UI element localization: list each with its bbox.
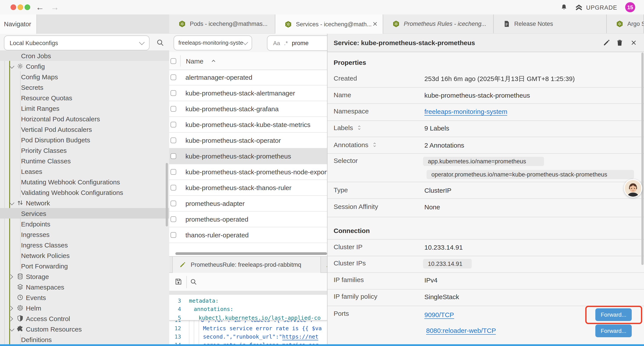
sidebar-item-network-policies[interactable]: Network Policies (0, 250, 169, 261)
select-all-checkbox[interactable] (170, 58, 176, 64)
chevron-down-icon[interactable] (10, 64, 14, 69)
table-row[interactable]: alertmanager-operated (169, 70, 327, 85)
chevron-down-icon[interactable] (10, 200, 14, 205)
editor-search-icon[interactable] (190, 278, 197, 286)
navigator-panel-tab[interactable]: Navigator (0, 14, 37, 34)
user-avatar[interactable] (624, 179, 642, 198)
sidebar-item-horizontal-pod-autoscalers[interactable]: Horizontal Pod Autoscalers (0, 113, 169, 124)
sidebar-item-vertical-pod-autoscalers[interactable]: Vertical Pod Autoscalers (0, 124, 169, 134)
port-link-1[interactable]: 8080:reloader-web/TCP (426, 327, 496, 335)
yaml-editor[interactable]: 3metadata:4annotations:5kubectl.kubernet… (169, 295, 327, 346)
sidebar-item-priority-classes[interactable]: Priority Classes (0, 145, 169, 155)
row-checkbox[interactable] (170, 185, 176, 191)
sidebar-item-config-maps[interactable]: Config Maps (0, 71, 169, 82)
table-row[interactable]: kube-prometheus-stack-grafana (169, 101, 327, 117)
chevron-right-icon[interactable] (8, 317, 13, 322)
table-row[interactable]: thanos-ruler-operated (169, 227, 327, 243)
sidebar-item-namespaces[interactable]: Namespaces (0, 282, 169, 292)
row-checkbox[interactable] (170, 153, 176, 159)
sort-updown-icon[interactable] (372, 142, 378, 147)
namespace-select[interactable]: freeleaps-monitoring-system (174, 35, 252, 50)
namespace-link[interactable]: freeleaps-monitoring-system (424, 107, 508, 115)
sidebar-item-secrets[interactable]: Secrets (0, 82, 169, 92)
sidebar-item-events[interactable]: Events (0, 292, 169, 303)
notifications-bell-icon[interactable] (560, 3, 568, 11)
row-checkbox[interactable] (170, 74, 176, 80)
sidebar-item-leases[interactable]: Leases (0, 166, 169, 177)
table-row[interactable]: kube-prometheus-stack-prometheus-node-ex… (169, 164, 327, 180)
traffic-light-zoom-icon[interactable] (24, 4, 30, 10)
sidebar-item-services[interactable]: Services (0, 208, 169, 219)
table-row[interactable]: prometheus-operated (169, 212, 327, 227)
sidebar-item-custom-resources[interactable]: Custom Resources (0, 324, 169, 334)
sort-ascending-icon[interactable] (210, 58, 216, 64)
sidebar-search-icon[interactable] (156, 38, 164, 47)
match-case-toggle[interactable]: Aa (273, 40, 280, 46)
sidebar-item-ingresses[interactable]: Ingresses (0, 229, 169, 240)
row-checkbox[interactable] (170, 169, 176, 175)
traffic-light-close-icon[interactable] (10, 4, 16, 10)
forward-button-0[interactable]: Forward... (595, 308, 632, 321)
window-tab-4[interactable]: Argo Se (607, 14, 644, 33)
port-link-0[interactable]: 9090/TCP (424, 311, 454, 319)
sidebar-item-config[interactable]: Config (0, 61, 169, 71)
chevron-right-icon[interactable] (8, 274, 13, 280)
forward-button-1[interactable]: Forward... (595, 325, 632, 337)
editor-tab-prometheusrule[interactable]: PrometheusRule: freeleaps-prod-rabbitmq (172, 257, 321, 273)
sidebar-item-access-control[interactable]: Access Control (0, 313, 169, 324)
sidebar-item-mutating-webhook-configurations[interactable]: Mutating Webhook Configurations (0, 177, 169, 187)
row-checkbox[interactable] (170, 137, 176, 143)
sidebar-item-pod-disruption-budgets[interactable]: Pod Disruption Budgets (0, 134, 169, 145)
runbook-url-link[interactable]: https://net (282, 333, 318, 340)
sidebar-item-port-forwarding[interactable]: Port Forwarding (0, 261, 169, 271)
save-icon[interactable] (174, 278, 182, 286)
row-checkbox[interactable] (170, 106, 176, 112)
list-search-input[interactable]: Aa .* prome (267, 35, 327, 51)
table-row[interactable]: kube-prometheus-stack-prometheus (169, 148, 327, 164)
sidebar-item-validating-webhook-configurations[interactable]: Validating Webhook Configurations (0, 187, 169, 198)
editor-tab-next-partial[interactable] (323, 257, 327, 273)
table-row[interactable]: kube-prometheus-stack-alertmanager (169, 85, 327, 101)
sidebar-item-ingress-classes[interactable]: Ingress Classes (0, 240, 169, 250)
sidebar-item-limit-ranges[interactable]: Limit Ranges (0, 103, 169, 113)
forward-button[interactable]: → (49, 2, 60, 13)
table-row[interactable]: kube-prometheus-stack-operator (169, 133, 327, 148)
kubeconfig-select[interactable]: Local Kubeconfigs (4, 35, 150, 50)
edit-resource-icon[interactable] (603, 39, 610, 46)
table-row[interactable]: kube-prometheus-stack-kube-state-metrics (169, 117, 327, 133)
table-row[interactable]: prometheus-adapter (169, 196, 327, 212)
regex-toggle[interactable]: .* (284, 40, 288, 46)
sidebar-scrollbar[interactable] (166, 163, 168, 226)
window-tab-0[interactable]: Pods - icecheng@mathmas... (169, 14, 275, 33)
name-column-header[interactable]: Name (186, 57, 204, 65)
delete-resource-icon[interactable] (616, 39, 624, 46)
window-tab-2[interactable]: Prometheus Rules - icecheng... (383, 14, 494, 33)
row-checkbox[interactable] (170, 201, 176, 206)
chevron-right-icon[interactable] (8, 306, 13, 311)
sidebar-item-resource-quotas[interactable]: Resource Quotas (0, 92, 169, 103)
row-checkbox[interactable] (170, 122, 176, 127)
table-row[interactable]: kube-prometheus-stack-thanos-ruler (169, 180, 327, 196)
sidebar-item-endpoints[interactable]: Endpoints (0, 219, 169, 229)
window-tab-1[interactable]: Services - icecheng@math... (275, 14, 383, 34)
sidebar-item-runtime-classes[interactable]: Runtime Classes (0, 155, 169, 166)
chevron-down-icon[interactable] (10, 327, 14, 332)
sidebar-item-storage[interactable]: Storage (0, 271, 169, 282)
notification-count-badge[interactable]: 15 (625, 2, 635, 12)
row-checkbox[interactable] (170, 216, 176, 222)
sidebar-item-network[interactable]: Network (0, 198, 169, 208)
sort-updown-icon[interactable] (356, 125, 362, 130)
back-button[interactable]: ← (34, 2, 46, 13)
sidebar-item-helm[interactable]: Helm (0, 303, 169, 313)
upgrade-button[interactable]: UPGRADE (575, 3, 617, 12)
sidebar-item-cron-jobs[interactable]: Cron Jobs (0, 50, 169, 61)
row-checkbox[interactable] (170, 90, 176, 96)
row-checkbox[interactable] (170, 232, 176, 238)
traffic-light-minimize-icon[interactable] (18, 4, 23, 10)
close-tab-icon[interactable] (372, 20, 378, 27)
window-tab-3[interactable]: Release Notes (494, 14, 607, 33)
sidebar-item-definitions[interactable]: Definitions (0, 334, 169, 345)
close-panel-icon[interactable] (630, 39, 638, 46)
detail-scrollbar[interactable] (641, 52, 644, 265)
list-horizontal-scrollbar[interactable] (175, 252, 327, 255)
